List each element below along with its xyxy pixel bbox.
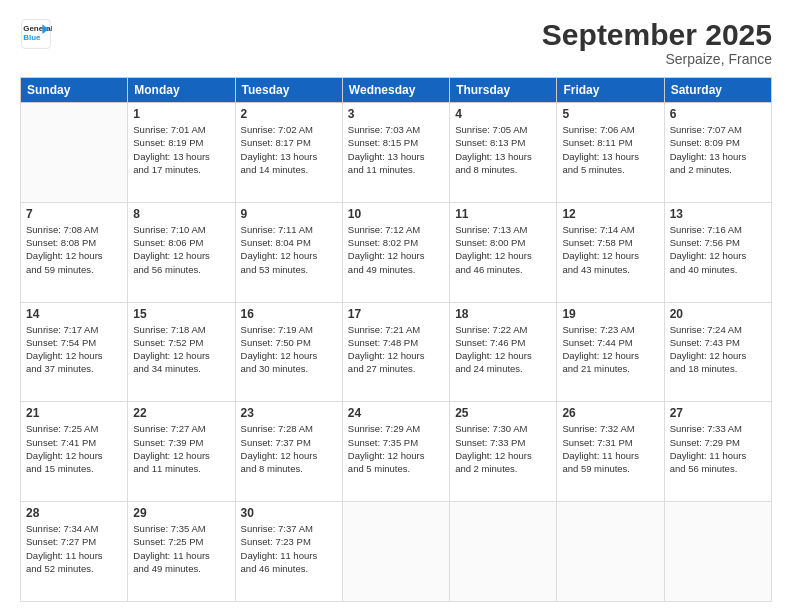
calendar-cell: 30Sunrise: 7:37 AM Sunset: 7:23 PM Dayli…: [235, 502, 342, 602]
calendar-subtitle: Serpaize, France: [542, 51, 772, 67]
day-number: 26: [562, 406, 658, 420]
day-info: Sunrise: 7:33 AM Sunset: 7:29 PM Dayligh…: [670, 422, 766, 475]
calendar-cell: 29Sunrise: 7:35 AM Sunset: 7:25 PM Dayli…: [128, 502, 235, 602]
day-info: Sunrise: 7:23 AM Sunset: 7:44 PM Dayligh…: [562, 323, 658, 376]
calendar-cell: 28Sunrise: 7:34 AM Sunset: 7:27 PM Dayli…: [21, 502, 128, 602]
day-info: Sunrise: 7:06 AM Sunset: 8:11 PM Dayligh…: [562, 123, 658, 176]
day-number: 10: [348, 207, 444, 221]
calendar-cell: [450, 502, 557, 602]
day-info: Sunrise: 7:29 AM Sunset: 7:35 PM Dayligh…: [348, 422, 444, 475]
week-row-1: 7Sunrise: 7:08 AM Sunset: 8:08 PM Daylig…: [21, 202, 772, 302]
day-info: Sunrise: 7:08 AM Sunset: 8:08 PM Dayligh…: [26, 223, 122, 276]
day-number: 27: [670, 406, 766, 420]
day-info: Sunrise: 7:05 AM Sunset: 8:13 PM Dayligh…: [455, 123, 551, 176]
day-number: 8: [133, 207, 229, 221]
calendar-cell: 24Sunrise: 7:29 AM Sunset: 7:35 PM Dayli…: [342, 402, 449, 502]
day-number: 23: [241, 406, 337, 420]
day-info: Sunrise: 7:35 AM Sunset: 7:25 PM Dayligh…: [133, 522, 229, 575]
day-info: Sunrise: 7:03 AM Sunset: 8:15 PM Dayligh…: [348, 123, 444, 176]
calendar-cell: 8Sunrise: 7:10 AM Sunset: 8:06 PM Daylig…: [128, 202, 235, 302]
page: General Blue September 2025 Serpaize, Fr…: [0, 0, 792, 612]
calendar-cell: 20Sunrise: 7:24 AM Sunset: 7:43 PM Dayli…: [664, 302, 771, 402]
logo-icon: General Blue: [20, 18, 52, 50]
week-row-3: 21Sunrise: 7:25 AM Sunset: 7:41 PM Dayli…: [21, 402, 772, 502]
logo: General Blue: [20, 18, 52, 50]
day-info: Sunrise: 7:14 AM Sunset: 7:58 PM Dayligh…: [562, 223, 658, 276]
week-row-4: 28Sunrise: 7:34 AM Sunset: 7:27 PM Dayli…: [21, 502, 772, 602]
day-info: Sunrise: 7:12 AM Sunset: 8:02 PM Dayligh…: [348, 223, 444, 276]
col-friday: Friday: [557, 78, 664, 103]
day-number: 14: [26, 307, 122, 321]
col-thursday: Thursday: [450, 78, 557, 103]
day-info: Sunrise: 7:10 AM Sunset: 8:06 PM Dayligh…: [133, 223, 229, 276]
day-number: 1: [133, 107, 229, 121]
calendar-cell: [664, 502, 771, 602]
day-number: 5: [562, 107, 658, 121]
day-number: 2: [241, 107, 337, 121]
day-number: 20: [670, 307, 766, 321]
calendar-cell: 22Sunrise: 7:27 AM Sunset: 7:39 PM Dayli…: [128, 402, 235, 502]
day-info: Sunrise: 7:30 AM Sunset: 7:33 PM Dayligh…: [455, 422, 551, 475]
col-monday: Monday: [128, 78, 235, 103]
title-block: September 2025 Serpaize, France: [542, 18, 772, 67]
calendar-cell: 7Sunrise: 7:08 AM Sunset: 8:08 PM Daylig…: [21, 202, 128, 302]
day-info: Sunrise: 7:27 AM Sunset: 7:39 PM Dayligh…: [133, 422, 229, 475]
day-number: 21: [26, 406, 122, 420]
day-number: 4: [455, 107, 551, 121]
day-info: Sunrise: 7:22 AM Sunset: 7:46 PM Dayligh…: [455, 323, 551, 376]
day-number: 30: [241, 506, 337, 520]
day-number: 24: [348, 406, 444, 420]
calendar-cell: 19Sunrise: 7:23 AM Sunset: 7:44 PM Dayli…: [557, 302, 664, 402]
day-number: 28: [26, 506, 122, 520]
day-number: 6: [670, 107, 766, 121]
day-info: Sunrise: 7:16 AM Sunset: 7:56 PM Dayligh…: [670, 223, 766, 276]
calendar-cell: 4Sunrise: 7:05 AM Sunset: 8:13 PM Daylig…: [450, 103, 557, 203]
day-info: Sunrise: 7:01 AM Sunset: 8:19 PM Dayligh…: [133, 123, 229, 176]
day-number: 15: [133, 307, 229, 321]
calendar-body: 1Sunrise: 7:01 AM Sunset: 8:19 PM Daylig…: [21, 103, 772, 602]
calendar-cell: 10Sunrise: 7:12 AM Sunset: 8:02 PM Dayli…: [342, 202, 449, 302]
calendar-cell: 17Sunrise: 7:21 AM Sunset: 7:48 PM Dayli…: [342, 302, 449, 402]
day-number: 11: [455, 207, 551, 221]
day-info: Sunrise: 7:13 AM Sunset: 8:00 PM Dayligh…: [455, 223, 551, 276]
day-info: Sunrise: 7:18 AM Sunset: 7:52 PM Dayligh…: [133, 323, 229, 376]
calendar-cell: 14Sunrise: 7:17 AM Sunset: 7:54 PM Dayli…: [21, 302, 128, 402]
day-info: Sunrise: 7:07 AM Sunset: 8:09 PM Dayligh…: [670, 123, 766, 176]
day-info: Sunrise: 7:21 AM Sunset: 7:48 PM Dayligh…: [348, 323, 444, 376]
calendar-cell: 16Sunrise: 7:19 AM Sunset: 7:50 PM Dayli…: [235, 302, 342, 402]
calendar-cell: 1Sunrise: 7:01 AM Sunset: 8:19 PM Daylig…: [128, 103, 235, 203]
calendar-cell: 11Sunrise: 7:13 AM Sunset: 8:00 PM Dayli…: [450, 202, 557, 302]
day-info: Sunrise: 7:28 AM Sunset: 7:37 PM Dayligh…: [241, 422, 337, 475]
day-number: 9: [241, 207, 337, 221]
calendar-cell: 13Sunrise: 7:16 AM Sunset: 7:56 PM Dayli…: [664, 202, 771, 302]
calendar-cell: 25Sunrise: 7:30 AM Sunset: 7:33 PM Dayli…: [450, 402, 557, 502]
day-info: Sunrise: 7:32 AM Sunset: 7:31 PM Dayligh…: [562, 422, 658, 475]
day-number: 17: [348, 307, 444, 321]
day-info: Sunrise: 7:37 AM Sunset: 7:23 PM Dayligh…: [241, 522, 337, 575]
day-number: 13: [670, 207, 766, 221]
calendar-cell: [557, 502, 664, 602]
day-info: Sunrise: 7:34 AM Sunset: 7:27 PM Dayligh…: [26, 522, 122, 575]
day-number: 12: [562, 207, 658, 221]
day-number: 29: [133, 506, 229, 520]
calendar-title: September 2025: [542, 18, 772, 51]
day-info: Sunrise: 7:25 AM Sunset: 7:41 PM Dayligh…: [26, 422, 122, 475]
day-number: 22: [133, 406, 229, 420]
day-info: Sunrise: 7:17 AM Sunset: 7:54 PM Dayligh…: [26, 323, 122, 376]
day-info: Sunrise: 7:11 AM Sunset: 8:04 PM Dayligh…: [241, 223, 337, 276]
calendar-cell: 9Sunrise: 7:11 AM Sunset: 8:04 PM Daylig…: [235, 202, 342, 302]
calendar-cell: 5Sunrise: 7:06 AM Sunset: 8:11 PM Daylig…: [557, 103, 664, 203]
header: General Blue September 2025 Serpaize, Fr…: [20, 18, 772, 67]
calendar-header: Sunday Monday Tuesday Wednesday Thursday…: [21, 78, 772, 103]
day-info: Sunrise: 7:19 AM Sunset: 7:50 PM Dayligh…: [241, 323, 337, 376]
calendar-cell: 21Sunrise: 7:25 AM Sunset: 7:41 PM Dayli…: [21, 402, 128, 502]
svg-text:Blue: Blue: [23, 33, 41, 42]
header-row: Sunday Monday Tuesday Wednesday Thursday…: [21, 78, 772, 103]
day-number: 16: [241, 307, 337, 321]
calendar-cell: 3Sunrise: 7:03 AM Sunset: 8:15 PM Daylig…: [342, 103, 449, 203]
svg-text:General: General: [23, 24, 52, 33]
calendar-cell: 15Sunrise: 7:18 AM Sunset: 7:52 PM Dayli…: [128, 302, 235, 402]
day-number: 19: [562, 307, 658, 321]
week-row-0: 1Sunrise: 7:01 AM Sunset: 8:19 PM Daylig…: [21, 103, 772, 203]
calendar-table: Sunday Monday Tuesday Wednesday Thursday…: [20, 77, 772, 602]
